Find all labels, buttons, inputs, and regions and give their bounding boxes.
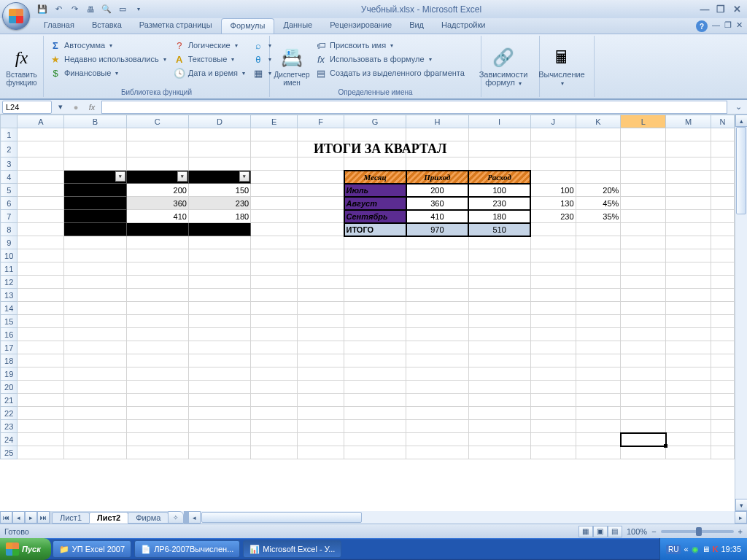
cell-N18[interactable] bbox=[711, 354, 734, 368]
cell-F5[interactable] bbox=[298, 184, 344, 197]
cell-E1[interactable] bbox=[251, 128, 298, 141]
cell-J18[interactable] bbox=[530, 354, 576, 368]
cell-N8[interactable] bbox=[711, 223, 734, 236]
cell-D21[interactable] bbox=[188, 394, 250, 407]
cell-A25[interactable] bbox=[18, 446, 64, 459]
row-header-22[interactable]: 22 bbox=[1, 407, 18, 420]
cell-K1[interactable] bbox=[576, 128, 621, 141]
scroll-down-icon[interactable]: ▾ bbox=[735, 499, 747, 511]
cell-H5[interactable]: 200 bbox=[406, 184, 468, 197]
row-header-4[interactable]: 4 bbox=[1, 171, 18, 184]
tab-home[interactable]: Главная bbox=[35, 18, 83, 34]
cell-D23[interactable] bbox=[188, 420, 250, 433]
cell-K20[interactable] bbox=[576, 381, 621, 394]
cell-E4[interactable] bbox=[251, 171, 298, 184]
cell-L2[interactable] bbox=[621, 141, 666, 158]
cell-E11[interactable] bbox=[251, 262, 298, 276]
cell-N9[interactable] bbox=[711, 236, 734, 249]
col-header-L[interactable]: L bbox=[621, 115, 666, 128]
col-header-G[interactable]: G bbox=[344, 115, 406, 128]
cell-C8[interactable]: 970 bbox=[126, 223, 188, 236]
cell-L4[interactable] bbox=[621, 171, 666, 184]
cell-D17[interactable] bbox=[188, 341, 250, 354]
cell-C15[interactable] bbox=[126, 315, 188, 328]
cell-G17[interactable] bbox=[344, 341, 406, 354]
row-header-20[interactable]: 20 bbox=[1, 381, 18, 394]
cell-F24[interactable] bbox=[298, 433, 344, 446]
cell-H21[interactable] bbox=[406, 394, 468, 407]
cell-C3[interactable] bbox=[126, 158, 188, 171]
cell-H11[interactable] bbox=[406, 262, 468, 276]
tray-icon-1[interactable]: ◉ bbox=[692, 545, 699, 554]
cell-C6[interactable]: 360 bbox=[126, 197, 188, 210]
cell-D4[interactable]: Расход▾ bbox=[188, 171, 250, 184]
cell-G9[interactable] bbox=[344, 236, 406, 249]
cell-E3[interactable] bbox=[251, 158, 298, 171]
cell-B5[interactable]: Июль bbox=[64, 184, 126, 197]
cell-G25[interactable] bbox=[344, 446, 406, 459]
cell-D20[interactable] bbox=[188, 381, 250, 394]
cell-J13[interactable] bbox=[530, 289, 576, 302]
cell-G6[interactable]: Август bbox=[344, 197, 406, 210]
cell-E19[interactable] bbox=[251, 368, 298, 381]
cell-K5[interactable]: 20% bbox=[576, 184, 621, 197]
cell-C23[interactable] bbox=[126, 420, 188, 433]
cell-G15[interactable] bbox=[344, 315, 406, 328]
sheet-tab-1[interactable]: Лист2 bbox=[89, 512, 128, 524]
cell-B2[interactable] bbox=[64, 141, 126, 158]
cell-E25[interactable] bbox=[251, 446, 298, 459]
cell-N4[interactable] bbox=[711, 171, 734, 184]
tab-addins[interactable]: Надстройки bbox=[433, 18, 494, 34]
cell-M18[interactable] bbox=[666, 354, 711, 368]
cell-H1[interactable] bbox=[406, 128, 468, 141]
cell-E8[interactable] bbox=[251, 223, 298, 236]
cell-J4[interactable] bbox=[530, 171, 576, 184]
save-icon[interactable]: 💾 bbox=[36, 3, 49, 16]
cell-I15[interactable] bbox=[468, 315, 530, 328]
cell-J19[interactable] bbox=[530, 368, 576, 381]
cell-I12[interactable] bbox=[468, 276, 530, 289]
cell-B10[interactable] bbox=[64, 249, 126, 262]
datetime-button[interactable]: 🕓Дата и время▾ bbox=[171, 66, 248, 79]
cell-I17[interactable] bbox=[468, 341, 530, 354]
cell-K18[interactable] bbox=[576, 354, 621, 368]
cell-K13[interactable] bbox=[576, 289, 621, 302]
cell-B24[interactable] bbox=[64, 433, 126, 446]
cell-F16[interactable] bbox=[298, 328, 344, 341]
cell-I7[interactable]: 180 bbox=[468, 210, 530, 223]
cell-G8[interactable]: ИТОГО bbox=[344, 223, 406, 236]
cell-E2[interactable] bbox=[251, 141, 298, 158]
cell-A8[interactable] bbox=[18, 223, 64, 236]
cell-C21[interactable] bbox=[126, 394, 188, 407]
cell-B6[interactable]: Август bbox=[64, 197, 126, 210]
cell-E10[interactable] bbox=[251, 249, 298, 262]
cell-K17[interactable] bbox=[576, 341, 621, 354]
cell-K6[interactable]: 45% bbox=[576, 197, 621, 210]
cell-L5[interactable] bbox=[621, 184, 666, 197]
cell-C16[interactable] bbox=[126, 328, 188, 341]
cell-L20[interactable] bbox=[621, 381, 666, 394]
cell-K22[interactable] bbox=[576, 407, 621, 420]
cell-F25[interactable] bbox=[298, 446, 344, 459]
cell-H10[interactable] bbox=[406, 249, 468, 262]
tab-view[interactable]: Вид bbox=[400, 18, 433, 34]
cell-G3[interactable] bbox=[344, 158, 406, 171]
define-name-button[interactable]: 🏷Присвоить имя▾ bbox=[312, 39, 468, 52]
filter-dropdown-icon[interactable]: ▾ bbox=[115, 171, 125, 182]
cell-A14[interactable] bbox=[18, 302, 64, 315]
spreadsheet-grid[interactable]: ABCDEFGHIJKLMN12ИТОГИ ЗА КВАРТАЛ34Месяц▾… bbox=[0, 114, 735, 459]
cell-F21[interactable] bbox=[298, 394, 344, 407]
cell-E18[interactable] bbox=[251, 354, 298, 368]
cell-A12[interactable] bbox=[18, 276, 64, 289]
tab-review[interactable]: Рецензирование bbox=[321, 18, 400, 34]
cell-E21[interactable] bbox=[251, 394, 298, 407]
cell-I11[interactable] bbox=[468, 262, 530, 276]
col-header-F[interactable]: F bbox=[298, 115, 344, 128]
cell-L19[interactable] bbox=[621, 368, 666, 381]
cell-M10[interactable] bbox=[666, 249, 711, 262]
col-header-D[interactable]: D bbox=[188, 115, 250, 128]
cell-H13[interactable] bbox=[406, 289, 468, 302]
cell-E12[interactable] bbox=[251, 276, 298, 289]
cell-M9[interactable] bbox=[666, 236, 711, 249]
cell-C22[interactable] bbox=[126, 407, 188, 420]
